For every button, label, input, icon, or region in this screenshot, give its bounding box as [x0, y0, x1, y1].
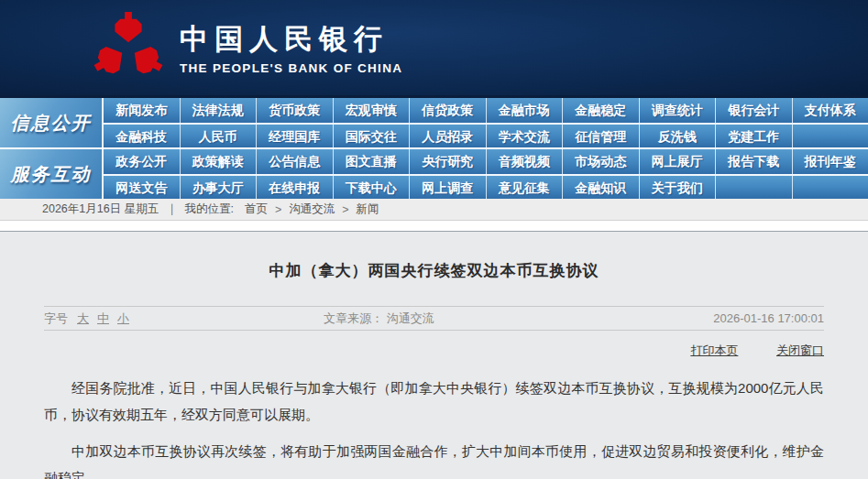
nav-item[interactable]: 新闻发布	[104, 98, 180, 123]
breadcrumb: > 首页 > 沟通交流 > 新闻	[241, 201, 383, 217]
nav-item[interactable]: 图文直播	[333, 149, 410, 174]
pboc-emblem-icon	[92, 10, 165, 85]
nav-section-label-info[interactable]: 信息公开	[0, 98, 104, 147]
source-label: 文章来源：	[324, 311, 383, 325]
nav-band-info-disclosure: 信息公开 新闻发布法律法规货币政策宏观审慎信贷政策金融市场金融稳定调查统计银行会…	[0, 98, 868, 149]
nav-item[interactable]: 关于我们	[639, 176, 716, 199]
nav-item[interactable]: 下载中心	[333, 176, 410, 199]
nav-row: 新闻发布法律法规货币政策宏观审慎信贷政策金融市场金融稳定调查统计银行会计支付体系	[104, 98, 868, 123]
nav-item[interactable]: 音频视频	[486, 149, 563, 174]
nav-item[interactable]: 意见征集	[486, 176, 563, 199]
nav-section-label-service[interactable]: 服务互动	[0, 149, 104, 199]
nav-section-label-text: 信息公开	[11, 111, 92, 136]
font-size-controls: 字号 大中小	[44, 310, 324, 327]
nav-item[interactable]: 办事大厅	[180, 176, 257, 199]
font-size-option[interactable]: 小	[117, 311, 129, 325]
article-paragraph: 经国务院批准，近日，中国人民银行与加拿大银行（即加拿大中央银行）续签双边本币互换…	[44, 375, 824, 428]
breadcrumb-separator: >	[342, 203, 348, 216]
pboc-logo[interactable]: 中国人民银行 THE PEOPLE'S BANK OF CHINA	[92, 10, 402, 85]
nav-item[interactable]: 调查统计	[639, 98, 716, 123]
nav-item[interactable]: 人员招录	[409, 125, 486, 147]
nav-item[interactable]: 在线申报	[256, 176, 333, 199]
nav-row: 网送文告办事大厅在线申报下载中心网上调查意见征集金融知识关于我们	[104, 174, 868, 199]
breadcrumb-divider: ｜	[166, 201, 177, 217]
nav-band-service-interaction: 服务互动 政务公开政策解读公告信息图文直播央行研究音频视频市场动态网上展厅报告下…	[0, 149, 868, 199]
nav-item[interactable]: 征信管理	[562, 125, 639, 147]
font-size-option[interactable]: 中	[97, 311, 109, 325]
nav-item[interactable]: 宏观审慎	[333, 98, 410, 123]
org-name-en: THE PEOPLE'S BANK OF CHINA	[180, 61, 402, 75]
nav-row: 政务公开政策解读公告信息图文直播央行研究音频视频市场动态网上展厅报告下载报刊年鉴	[104, 149, 868, 174]
nav-item[interactable]: 央行研究	[409, 149, 486, 174]
nav-item[interactable]: 政策解读	[180, 149, 257, 174]
nav-item[interactable]: 国际交往	[333, 125, 410, 147]
nav-item[interactable]: 党建工作	[715, 125, 792, 147]
nav-item[interactable]: 公告信息	[256, 149, 333, 174]
nav-cell-empty	[792, 176, 868, 199]
nav-item[interactable]: 网上展厅	[639, 149, 716, 174]
nav-item[interactable]: 信贷政策	[409, 98, 486, 123]
article-source: 文章来源： 沟通交流	[324, 310, 713, 327]
nav-item[interactable]: 法律法规	[180, 98, 257, 123]
breadcrumb-item[interactable]: 新闻	[357, 201, 379, 217]
nav-item[interactable]: 政务公开	[104, 149, 180, 174]
nav-item[interactable]: 金融知识	[562, 176, 639, 199]
font-size-label: 字号	[44, 310, 68, 327]
nav-cell-empty	[792, 125, 868, 147]
breadcrumb-item[interactable]: 沟通交流	[289, 201, 335, 217]
nav-item[interactable]: 反洗钱	[639, 125, 716, 147]
nav-item[interactable]: 银行会计	[715, 98, 792, 123]
article-paragraph: 中加双边本币互换协议再次续签，将有助于加强两国金融合作，扩大中加间本币使用，促进…	[44, 438, 824, 479]
font-size-option[interactable]: 大	[77, 311, 89, 325]
nav-item[interactable]: 金融市场	[486, 98, 563, 123]
nav-item[interactable]: 市场动态	[562, 149, 639, 174]
print-page-link[interactable]: 打印本页	[690, 343, 738, 357]
breadcrumb-location-label: 我的位置:	[184, 201, 233, 217]
nav-item[interactable]: 学术交流	[486, 125, 563, 147]
article-panel: 中加（拿大）两国央行续签双边本币互换协议 字号 大中小 文章来源： 沟通交流 2…	[0, 231, 868, 479]
breadcrumb-item[interactable]: 首页	[245, 201, 268, 217]
nav-item[interactable]: 报告下载	[715, 149, 792, 174]
nav-item[interactable]: 金融科技	[104, 125, 180, 147]
close-window-link[interactable]: 关闭窗口	[776, 343, 824, 357]
nav-item[interactable]: 金融稳定	[562, 98, 639, 123]
logo-text: 中国人民银行 THE PEOPLE'S BANK OF CHINA	[180, 20, 402, 75]
nav-grid: 政务公开政策解读公告信息图文直播央行研究音频视频市场动态网上展厅报告下载报刊年鉴…	[104, 149, 868, 199]
page-title: 中加（拿大）两国央行续签双边本币互换协议	[0, 260, 868, 281]
font-size-links: 大中小	[77, 310, 137, 327]
nav-item[interactable]: 报刊年鉴	[792, 149, 868, 174]
article-meta-row: 字号 大中小 文章来源： 沟通交流 2026-01-16 17:00:01	[44, 306, 824, 331]
org-name-cn: 中国人民银行	[180, 20, 402, 59]
article-actions: 打印本页 关闭窗口	[44, 343, 824, 359]
site-header: 中国人民银行 THE PEOPLE'S BANK OF CHINA	[0, 0, 868, 95]
spacer	[0, 221, 868, 231]
nav-item[interactable]: 支付体系	[792, 98, 868, 123]
nav-cell-empty	[715, 176, 792, 199]
publish-datetime: 2026-01-16 17:00:01	[713, 311, 824, 325]
breadcrumb-bar: 2026年1月16日 星期五 ｜ 我的位置: > 首页 > 沟通交流 > 新闻	[0, 199, 868, 221]
nav-item[interactable]: 经理国库	[256, 125, 333, 147]
nav-item[interactable]: 货币政策	[256, 98, 333, 123]
nav-item[interactable]: 网上调查	[409, 176, 486, 199]
breadcrumb-separator: >	[275, 203, 281, 216]
source-value: 沟通交流	[387, 311, 434, 325]
article-body: 经国务院批准，近日，中国人民银行与加拿大银行（即加拿大中央银行）续签双边本币互换…	[44, 375, 824, 479]
main-navigation: 信息公开 新闻发布法律法规货币政策宏观审慎信贷政策金融市场金融稳定调查统计银行会…	[0, 95, 868, 199]
nav-grid: 新闻发布法律法规货币政策宏观审慎信贷政策金融市场金融稳定调查统计银行会计支付体系…	[104, 98, 868, 147]
nav-item[interactable]: 网送文告	[104, 176, 180, 199]
nav-row: 金融科技人民币经理国库国际交往人员招录学术交流征信管理反洗钱党建工作	[104, 123, 868, 147]
current-date: 2026年1月16日 星期五	[42, 201, 159, 217]
nav-section-label-text: 服务互动	[11, 162, 92, 187]
nav-item[interactable]: 人民币	[180, 125, 257, 147]
